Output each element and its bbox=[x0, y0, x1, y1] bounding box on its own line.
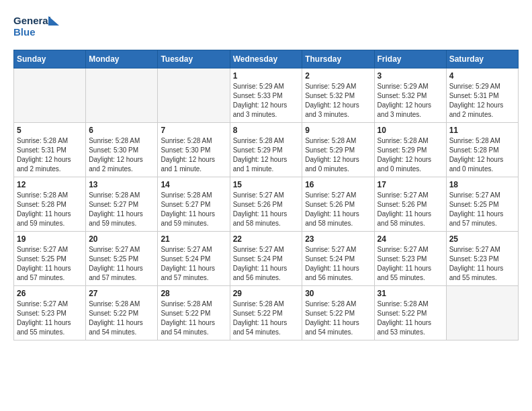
day-number: 2 bbox=[305, 71, 371, 81]
day-number: 13 bbox=[89, 180, 154, 189]
day-info: Sunrise: 5:29 AM Sunset: 5:32 PM Dayligh… bbox=[378, 82, 443, 120]
day-number: 10 bbox=[378, 126, 443, 135]
day-info: Sunrise: 5:27 AM Sunset: 5:24 PM Dayligh… bbox=[305, 245, 371, 283]
day-info: Sunrise: 5:27 AM Sunset: 5:23 PM Dayligh… bbox=[17, 300, 83, 337]
calendar-header-row: SundayMondayTuesdayWednesdayThursdayFrid… bbox=[14, 50, 519, 68]
day-info: Sunrise: 5:28 AM Sunset: 5:22 PM Dayligh… bbox=[233, 300, 300, 337]
calendar-week-row: 19Sunrise: 5:27 AM Sunset: 5:25 PM Dayli… bbox=[14, 232, 519, 286]
logo-icon: GeneralBlue bbox=[13, 13, 67, 40]
day-info: Sunrise: 5:28 AM Sunset: 5:22 PM Dayligh… bbox=[305, 300, 371, 337]
day-number: 7 bbox=[161, 126, 226, 135]
calendar-cell: 29Sunrise: 5:28 AM Sunset: 5:22 PM Dayli… bbox=[230, 286, 302, 340]
day-number: 17 bbox=[378, 180, 443, 189]
calendar-cell: 9Sunrise: 5:28 AM Sunset: 5:29 PM Daylig… bbox=[302, 123, 374, 177]
day-info: Sunrise: 5:28 AM Sunset: 5:29 PM Dayligh… bbox=[305, 136, 371, 174]
day-info: Sunrise: 5:27 AM Sunset: 5:24 PM Dayligh… bbox=[161, 245, 226, 283]
day-number: 12 bbox=[17, 180, 83, 189]
calendar-day-header: Tuesday bbox=[158, 50, 230, 68]
day-number: 14 bbox=[161, 180, 226, 189]
calendar-cell: 23Sunrise: 5:27 AM Sunset: 5:24 PM Dayli… bbox=[302, 232, 374, 286]
day-info: Sunrise: 5:28 AM Sunset: 5:22 PM Dayligh… bbox=[161, 300, 226, 337]
calendar-cell: 30Sunrise: 5:28 AM Sunset: 5:22 PM Dayli… bbox=[302, 286, 374, 340]
day-number: 19 bbox=[17, 234, 83, 244]
day-info: Sunrise: 5:27 AM Sunset: 5:24 PM Dayligh… bbox=[233, 245, 300, 283]
day-number: 22 bbox=[233, 234, 300, 244]
day-info: Sunrise: 5:28 AM Sunset: 5:31 PM Dayligh… bbox=[17, 136, 83, 174]
calendar-cell: 4Sunrise: 5:29 AM Sunset: 5:31 PM Daylig… bbox=[446, 68, 518, 123]
day-info: Sunrise: 5:28 AM Sunset: 5:30 PM Dayligh… bbox=[161, 136, 226, 174]
svg-text:General: General bbox=[13, 15, 51, 26]
day-number: 27 bbox=[89, 289, 154, 298]
calendar-cell bbox=[158, 68, 230, 123]
calendar-cell: 28Sunrise: 5:28 AM Sunset: 5:22 PM Dayli… bbox=[158, 286, 230, 340]
day-number: 30 bbox=[305, 289, 371, 298]
calendar-day-header: Wednesday bbox=[230, 50, 302, 68]
calendar-cell: 7Sunrise: 5:28 AM Sunset: 5:30 PM Daylig… bbox=[158, 123, 230, 177]
calendar-cell: 26Sunrise: 5:27 AM Sunset: 5:23 PM Dayli… bbox=[14, 286, 86, 340]
calendar-cell: 12Sunrise: 5:28 AM Sunset: 5:28 PM Dayli… bbox=[14, 177, 86, 232]
calendar-cell: 20Sunrise: 5:27 AM Sunset: 5:25 PM Dayli… bbox=[86, 232, 158, 286]
day-number: 25 bbox=[449, 234, 515, 244]
day-number: 29 bbox=[233, 289, 300, 298]
calendar-cell: 25Sunrise: 5:27 AM Sunset: 5:23 PM Dayli… bbox=[446, 232, 518, 286]
day-info: Sunrise: 5:28 AM Sunset: 5:29 PM Dayligh… bbox=[378, 136, 443, 174]
calendar-day-header: Thursday bbox=[302, 50, 374, 68]
day-info: Sunrise: 5:28 AM Sunset: 5:27 PM Dayligh… bbox=[161, 191, 226, 228]
calendar-week-row: 26Sunrise: 5:27 AM Sunset: 5:23 PM Dayli… bbox=[14, 286, 519, 340]
calendar-cell: 2Sunrise: 5:29 AM Sunset: 5:32 PM Daylig… bbox=[302, 68, 374, 123]
calendar-day-header: Friday bbox=[374, 50, 446, 68]
day-number: 1 bbox=[233, 71, 300, 81]
day-info: Sunrise: 5:28 AM Sunset: 5:22 PM Dayligh… bbox=[378, 300, 443, 337]
day-number: 26 bbox=[17, 289, 83, 298]
day-info: Sunrise: 5:28 AM Sunset: 5:28 PM Dayligh… bbox=[17, 191, 83, 228]
day-number: 3 bbox=[378, 71, 443, 81]
day-number: 6 bbox=[89, 126, 154, 135]
day-info: Sunrise: 5:28 AM Sunset: 5:29 PM Dayligh… bbox=[233, 136, 300, 174]
day-info: Sunrise: 5:28 AM Sunset: 5:22 PM Dayligh… bbox=[89, 300, 154, 337]
day-number: 5 bbox=[17, 126, 83, 135]
calendar-cell: 22Sunrise: 5:27 AM Sunset: 5:24 PM Dayli… bbox=[230, 232, 302, 286]
day-info: Sunrise: 5:27 AM Sunset: 5:25 PM Dayligh… bbox=[17, 245, 83, 283]
header: GeneralBlue bbox=[13, 13, 519, 40]
day-info: Sunrise: 5:27 AM Sunset: 5:23 PM Dayligh… bbox=[449, 245, 515, 283]
day-info: Sunrise: 5:27 AM Sunset: 5:26 PM Dayligh… bbox=[378, 191, 443, 228]
calendar-week-row: 5Sunrise: 5:28 AM Sunset: 5:31 PM Daylig… bbox=[14, 123, 519, 177]
calendar-cell: 24Sunrise: 5:27 AM Sunset: 5:23 PM Dayli… bbox=[374, 232, 446, 286]
day-info: Sunrise: 5:29 AM Sunset: 5:32 PM Dayligh… bbox=[305, 82, 371, 120]
page: GeneralBlue SundayMondayTuesdayWednesday… bbox=[0, 0, 532, 347]
calendar-cell: 18Sunrise: 5:27 AM Sunset: 5:25 PM Dayli… bbox=[446, 177, 518, 232]
calendar-day-header: Saturday bbox=[446, 50, 518, 68]
day-number: 16 bbox=[305, 180, 371, 189]
calendar-week-row: 12Sunrise: 5:28 AM Sunset: 5:28 PM Dayli… bbox=[14, 177, 519, 232]
calendar-cell: 15Sunrise: 5:27 AM Sunset: 5:26 PM Dayli… bbox=[230, 177, 302, 232]
day-info: Sunrise: 5:27 AM Sunset: 5:26 PM Dayligh… bbox=[305, 191, 371, 228]
day-number: 21 bbox=[161, 234, 226, 244]
day-number: 23 bbox=[305, 234, 371, 244]
calendar-cell: 5Sunrise: 5:28 AM Sunset: 5:31 PM Daylig… bbox=[14, 123, 86, 177]
day-number: 20 bbox=[89, 234, 154, 244]
calendar-cell: 6Sunrise: 5:28 AM Sunset: 5:30 PM Daylig… bbox=[86, 123, 158, 177]
svg-text:Blue: Blue bbox=[13, 26, 36, 38]
calendar-day-header: Monday bbox=[86, 50, 158, 68]
day-number: 11 bbox=[449, 126, 515, 135]
day-info: Sunrise: 5:29 AM Sunset: 5:31 PM Dayligh… bbox=[449, 82, 515, 120]
calendar-cell: 10Sunrise: 5:28 AM Sunset: 5:29 PM Dayli… bbox=[374, 123, 446, 177]
calendar-week-row: 1Sunrise: 5:29 AM Sunset: 5:33 PM Daylig… bbox=[14, 68, 519, 123]
day-info: Sunrise: 5:28 AM Sunset: 5:28 PM Dayligh… bbox=[449, 136, 515, 174]
day-info: Sunrise: 5:29 AM Sunset: 5:33 PM Dayligh… bbox=[233, 82, 300, 120]
calendar-cell: 13Sunrise: 5:28 AM Sunset: 5:27 PM Dayli… bbox=[86, 177, 158, 232]
day-number: 9 bbox=[305, 126, 371, 135]
calendar-cell: 3Sunrise: 5:29 AM Sunset: 5:32 PM Daylig… bbox=[374, 68, 446, 123]
calendar-cell: 19Sunrise: 5:27 AM Sunset: 5:25 PM Dayli… bbox=[14, 232, 86, 286]
day-number: 15 bbox=[233, 180, 300, 189]
calendar-cell: 14Sunrise: 5:28 AM Sunset: 5:27 PM Dayli… bbox=[158, 177, 230, 232]
calendar-cell: 27Sunrise: 5:28 AM Sunset: 5:22 PM Dayli… bbox=[86, 286, 158, 340]
day-info: Sunrise: 5:27 AM Sunset: 5:25 PM Dayligh… bbox=[89, 245, 154, 283]
day-info: Sunrise: 5:27 AM Sunset: 5:25 PM Dayligh… bbox=[449, 191, 515, 228]
calendar-cell: 16Sunrise: 5:27 AM Sunset: 5:26 PM Dayli… bbox=[302, 177, 374, 232]
calendar-cell: 11Sunrise: 5:28 AM Sunset: 5:28 PM Dayli… bbox=[446, 123, 518, 177]
day-number: 4 bbox=[449, 71, 515, 81]
calendar-cell: 31Sunrise: 5:28 AM Sunset: 5:22 PM Dayli… bbox=[374, 286, 446, 340]
calendar-cell: 1Sunrise: 5:29 AM Sunset: 5:33 PM Daylig… bbox=[230, 68, 302, 123]
calendar-day-header: Sunday bbox=[14, 50, 86, 68]
